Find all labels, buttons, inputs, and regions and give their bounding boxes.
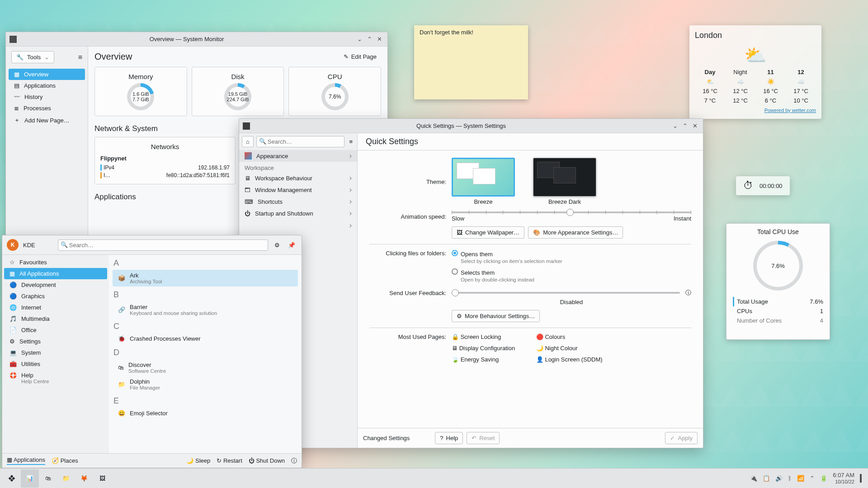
sleep-button[interactable]: 🌙 Sleep <box>186 457 210 464</box>
more-appearance-button[interactable]: 🎨More Appearance Settings… <box>528 226 623 239</box>
task-firefox[interactable]: 🦊 <box>75 469 93 488</box>
minimize-button[interactable]: ⌄ <box>355 35 364 44</box>
cat-graphics[interactable]: 🔵Graphics <box>4 291 107 302</box>
category-more[interactable] <box>239 219 357 232</box>
clock-time[interactable]: 6:07 AM <box>833 472 854 479</box>
more-behaviour-button[interactable]: ⚙More Behaviour Settings… <box>452 310 540 322</box>
task-settings[interactable]: 🖼 <box>93 469 111 488</box>
app-emoji[interactable]: 😀 Emoji Selector <box>113 408 298 419</box>
cat-settings[interactable]: ⚙Settings <box>4 336 107 347</box>
settings-search[interactable] <box>256 136 345 147</box>
theme-breeze-dark[interactable] <box>533 158 596 197</box>
nav-history[interactable]: 〰History <box>9 91 85 103</box>
apply-button[interactable]: ✓Apply <box>665 432 698 444</box>
category-window-management[interactable]: 🗔Window Management <box>239 184 357 196</box>
link-energy[interactable]: 🍃 Energy Saving <box>452 356 518 363</box>
app-dolphin[interactable]: 📁 DolphinFile Manager <box>113 376 298 393</box>
info-icon[interactable]: ⓘ <box>685 289 691 297</box>
close-button[interactable]: ✕ <box>690 122 699 131</box>
nav-applications[interactable]: ▤Applications <box>9 80 85 91</box>
launcher-search[interactable] <box>58 239 268 251</box>
window-title: Overview — System Monitor <box>19 36 354 42</box>
hamburger-icon[interactable]: ≡ <box>347 136 354 147</box>
more-icon[interactable]: ⓘ <box>291 457 297 465</box>
close-button[interactable]: ✕ <box>375 35 384 44</box>
shutdown-button[interactable]: ⏻ Shut Down <box>249 457 285 464</box>
tray-volume-icon[interactable]: 🔊 <box>775 475 783 482</box>
maximize-button[interactable]: ⌃ <box>365 35 374 44</box>
tray-battery-icon[interactable]: 🔋 <box>820 475 827 482</box>
weather-credit-link[interactable]: Powered by wetter.com <box>764 108 816 113</box>
tray-clipboard-icon[interactable]: 📋 <box>763 475 770 482</box>
animation-slider[interactable] <box>452 211 691 213</box>
category-startup[interactable]: ⏻Startup and Shutdown <box>239 207 357 219</box>
theme-breeze[interactable] <box>452 158 515 197</box>
pin-icon[interactable]: 📌 <box>286 240 297 250</box>
app-discover[interactable]: 🛍 DiscoverSoftware Centre <box>113 359 298 376</box>
cat-system[interactable]: 💻System <box>4 347 107 358</box>
user-avatar[interactable]: K <box>7 239 19 251</box>
cat-favourites[interactable]: ☆Favourites <box>4 257 107 268</box>
tray-usb-icon[interactable]: 🔌 <box>750 475 757 482</box>
task-discover[interactable]: 🛍 <box>39 469 57 488</box>
home-button[interactable]: ⌂ <box>242 136 254 147</box>
category-workspace-behaviour[interactable]: 🖥Workspace Behaviour <box>239 172 357 184</box>
cat-development[interactable]: 🔵Development <box>4 279 107 291</box>
tab-applications[interactable]: ▦ Applications <box>7 456 45 465</box>
change-wallpaper-button[interactable]: 🖼Change Wallpaper… <box>452 226 524 239</box>
memory-donut: 1.6 GiB7.7 GiB <box>127 83 154 110</box>
app-ark[interactable]: 📦 ArkArchiving Tool <box>113 270 298 286</box>
app-icon <box>243 122 250 130</box>
tray-wifi-icon[interactable]: 📶 <box>797 475 804 482</box>
minimize-button[interactable]: ⌄ <box>670 122 679 131</box>
sticky-note[interactable]: Don't forget the milk! <box>414 25 528 99</box>
cat-all-applications[interactable]: ▦All Applications <box>4 268 107 279</box>
task-sysmonitor[interactable]: 📊 <box>21 469 39 488</box>
tray-chevron-icon[interactable]: ⌃ <box>810 475 815 482</box>
radio-selects[interactable]: Selects them <box>452 268 562 276</box>
maximize-button[interactable]: ⌃ <box>680 122 689 131</box>
reset-button[interactable]: ↶Reset <box>467 432 500 444</box>
tools-button[interactable]: 🔧 Tools ⌄ <box>11 51 54 63</box>
nav-processes[interactable]: ≣Processes <box>9 103 85 114</box>
link-screen-locking[interactable]: 🔒 Screen Locking <box>452 333 518 340</box>
app-crashed[interactable]: 🐞 Crashed Processes Viewer <box>113 333 298 344</box>
cat-help[interactable]: 🛟 HelpHelp Centre <box>4 370 107 386</box>
system-icon: 💻 <box>9 349 17 356</box>
tab-places[interactable]: 🧭 Places <box>52 457 78 464</box>
link-colours[interactable]: 🔴 Colours <box>536 333 603 340</box>
titlebar[interactable]: Quick Settings — System Settings ⌄ ⌃ ✕ <box>239 119 703 133</box>
group-workspace: Workspace <box>239 162 357 172</box>
show-desktop-button[interactable] <box>860 475 862 482</box>
cat-utilities[interactable]: 🧰Utilities <box>4 358 107 370</box>
titlebar[interactable]: Overview — System Monitor ⌄ ⌃ ✕ <box>6 32 387 47</box>
timer-widget[interactable]: ⏱ 00:00:00 <box>736 176 790 195</box>
changed-settings-link[interactable]: Changed Settings <box>363 435 410 441</box>
task-files[interactable]: 📁 <box>57 469 75 488</box>
start-button[interactable]: ❖ <box>3 469 21 488</box>
app-barrier[interactable]: 🔗 BarrierKeyboard and mouse sharing solu… <box>113 301 298 318</box>
link-night-colour[interactable]: 🌙 Night Colour <box>536 345 603 352</box>
category-appearance[interactable]: Appearance <box>239 150 357 162</box>
sticky-text: Don't forget the milk! <box>420 29 473 36</box>
gear-icon: ⚙ <box>457 313 462 319</box>
nav-add-page[interactable]: ＋Add New Page… <box>9 114 85 127</box>
restart-button[interactable]: ↻ Restart <box>217 457 242 464</box>
link-login-screen[interactable]: 👤 Login Screen (SDDM) <box>536 356 603 363</box>
filter-icon[interactable]: ⚙ <box>273 240 282 250</box>
tray-bluetooth-icon[interactable]: ᛒ <box>788 475 792 482</box>
help-button[interactable]: ?Help <box>435 432 463 444</box>
link-display[interactable]: 🖥 Display Configuration <box>452 345 518 352</box>
cat-multimedia[interactable]: 🎵Multimedia <box>4 313 107 324</box>
cat-internet[interactable]: 🌐Internet <box>4 302 107 313</box>
category-shortcuts[interactable]: ⌨Shortcuts <box>239 196 357 207</box>
office-icon: 📄 <box>9 327 17 333</box>
palette-icon: 🎨 <box>533 229 540 236</box>
hamburger-icon[interactable]: ≡ <box>78 53 82 61</box>
radio-opens[interactable]: Opens them <box>452 250 562 258</box>
weather-hi: 16 °C <box>755 88 786 94</box>
nav-overview[interactable]: ▦Overview <box>9 69 85 80</box>
cat-office[interactable]: 📄Office <box>4 324 107 336</box>
feedback-slider[interactable] <box>452 292 680 294</box>
edit-page-button[interactable]: ✎Edit Page <box>339 51 381 62</box>
